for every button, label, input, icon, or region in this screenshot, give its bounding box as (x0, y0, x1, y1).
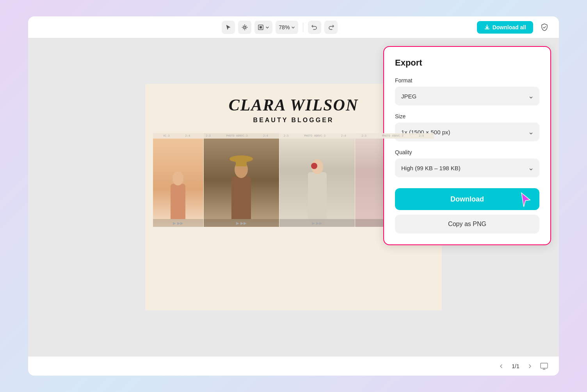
download-all-button[interactable]: Download all (477, 21, 533, 34)
page-indicator: 1/1 (510, 363, 521, 369)
format-label: Format (395, 77, 539, 84)
format-select-wrapper: JPEG PNG WebP PDF ⌄ (395, 87, 539, 105)
monitor-button[interactable] (539, 361, 550, 372)
shield-button[interactable] (538, 21, 551, 34)
copy-button-label: Copy as PNG (448, 221, 486, 227)
toolbar: 78% (28, 16, 559, 38)
svg-rect-3 (541, 363, 548, 368)
toolbar-divider (303, 23, 303, 32)
next-page-button[interactable] (525, 361, 535, 372)
photo-3-bottom: ▶ ▶▶ (279, 219, 355, 227)
prev-page-button[interactable] (496, 361, 507, 372)
svg-point-0 (244, 26, 246, 28)
select-tool-button[interactable] (222, 21, 235, 34)
zoom-level: 78% (279, 24, 290, 30)
blogger-title: BEAUTY BLOGGER (253, 117, 334, 124)
copy-as-png-button[interactable]: Copy as PNG (395, 215, 539, 233)
toolbar-center: 78% (222, 21, 338, 34)
download-all-label: Download all (493, 24, 526, 30)
bottom-bar: 1/1 (28, 356, 559, 376)
quality-select[interactable]: High (99 KB – 198 KB) Medium (50 KB – 99… (395, 159, 539, 177)
photo-2-bottom: ▶ ▶▶ (204, 219, 279, 227)
export-panel: Export Format JPEG PNG WebP PDF ⌄ Size (383, 46, 551, 245)
pan-tool-button[interactable] (238, 21, 251, 34)
download-button-label: Download (450, 195, 484, 203)
frame-tool-group[interactable] (254, 21, 272, 34)
quality-label: Quality (395, 149, 539, 155)
photo-frame-2: ▶ ▶▶ (204, 133, 279, 227)
format-field: Format JPEG PNG WebP PDF ⌄ (395, 77, 539, 105)
size-label: Size (395, 113, 539, 119)
main-area: CLARA WILSON BEAUTY BLOGGER VC-32:42:3 P… (28, 38, 559, 356)
toolbar-right: Download all (477, 21, 551, 34)
quality-select-wrapper: High (99 KB – 198 KB) Medium (50 KB – 99… (395, 159, 539, 177)
redo-button[interactable] (324, 21, 338, 34)
zoom-control[interactable]: 78% (276, 21, 298, 34)
photo-1-bottom: ▶ ▶▶ (153, 219, 203, 227)
photo-frame-1: ▶ ▶▶ (153, 133, 204, 227)
app-container: 78% (28, 16, 559, 376)
export-title: Export (395, 58, 539, 68)
svg-rect-2 (260, 26, 262, 29)
quality-field: Quality High (99 KB – 198 KB) Medium (50… (395, 149, 539, 177)
format-select[interactable]: JPEG PNG WebP PDF (395, 87, 539, 105)
download-button[interactable]: Download (395, 188, 539, 210)
blogger-name: CLARA WILSON (229, 96, 359, 114)
photo-ruler: VC-32:42:3 PHOTO 400VC-32:42:3 PHOTO 400… (153, 133, 434, 139)
undo-button[interactable] (308, 21, 321, 34)
photo-frame-3: ▶ ▶▶ (279, 133, 355, 227)
